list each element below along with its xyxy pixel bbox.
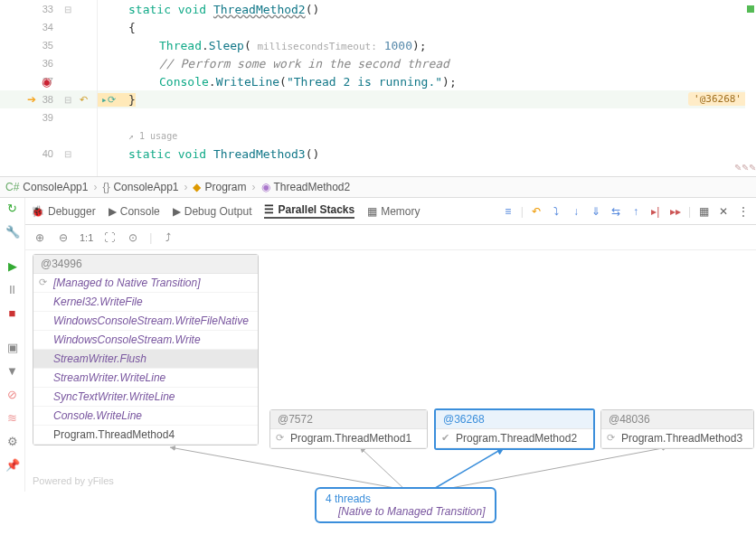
force-step-into-button[interactable]: ⇓ [589, 204, 603, 219]
debug-tool-tabs: 🐞Debugger ▶Console ▶Debug Output ☰Parall… [25, 198, 756, 225]
fold-icon[interactable]: ⊟ [64, 5, 71, 14]
filter-button[interactable]: ▼ [5, 362, 21, 379]
check-icon: ✔ [441, 432, 449, 444]
smart-step-button[interactable]: ⇆ [609, 204, 623, 219]
frame-row[interactable]: Kernel32.WriteFile [33, 293, 258, 312]
line-number: 39 [37, 112, 53, 123]
thread-id: @48036 [601, 410, 753, 429]
frame-row[interactable]: StreamWriter.WriteLine [33, 369, 258, 388]
fold-icon[interactable]: ⊟ [64, 149, 71, 159]
line-number: 34 [37, 22, 53, 33]
code-editor[interactable]: 33⊟ 34 35 36 37◉ 38➔⊟↶ 39 40⊟ static voi… [0, 0, 756, 176]
debug-side-toolbar: ↻ 🔧 ▶ ⏸ ■ ▣ ▼ ⊘ ≋ ⚙ 📌 [0, 198, 25, 492]
stop-button[interactable]: ■ [5, 305, 21, 321]
run-to-cursor-button[interactable]: ▸| [648, 204, 663, 219]
method-icon: ◉ [261, 181, 270, 193]
step-into-button[interactable]: ↓ [569, 204, 583, 219]
powered-by-label: Powered by yFiles [33, 475, 114, 486]
crumb-project[interactable]: ConsoleApp1 [23, 181, 88, 193]
settings-button[interactable]: ⚙ [5, 433, 21, 449]
analysis-ok-icon [747, 5, 754, 13]
line-number: 35 [37, 40, 53, 51]
frame-row[interactable]: WindowsConsoleStream.WriteFileNative [33, 312, 258, 331]
thread-id: @34996 [33, 255, 258, 274]
crumb-method[interactable]: ThreadMethod2 [274, 181, 351, 193]
gutter: 33⊟ 34 35 36 37◉ 38➔⊟↶ 39 40⊟ [0, 0, 98, 176]
step-icon[interactable]: ↶ [80, 94, 88, 106]
more-button[interactable]: ⋮ [736, 204, 751, 219]
output-icon: ▶ [173, 205, 181, 218]
run-icon[interactable]: ▸⟳ [101, 94, 116, 106]
zoom-out-button[interactable]: ⊖ [56, 230, 71, 245]
crumb-class[interactable]: Program [204, 181, 246, 193]
center-button[interactable]: ⊙ [126, 230, 140, 245]
frame-row[interactable]: SyncTextWriter.WriteLine [33, 388, 258, 407]
tab-parallel-stacks[interactable]: ☰Parallel Stacks [264, 203, 354, 219]
threads-icon[interactable]: ≡ [501, 204, 515, 219]
usages-hint[interactable]: ↗ 1 usage [128, 131, 177, 141]
thread-icon: ⟳ [39, 277, 47, 288]
tab-debugger[interactable]: 🐞Debugger [31, 205, 96, 218]
fit-button[interactable]: ⛶ [102, 230, 117, 245]
chevron-right-icon: › [184, 181, 187, 193]
crumb-namespace[interactable]: ConsoleApp1 [113, 181, 178, 193]
close-button[interactable]: ✕ [716, 204, 731, 219]
zoom-in-button[interactable]: ⊕ [33, 230, 47, 245]
breakpoints-button[interactable]: ≋ [5, 409, 21, 426]
breakpoint-icon[interactable]: ◉ [42, 75, 52, 89]
stack-frame-box[interactable]: @48036 ⟳Program.ThreadMethod3 [600, 409, 754, 449]
rerun-button[interactable]: ↻ [5, 200, 21, 216]
line-number: 38 [37, 94, 53, 105]
frame-row[interactable]: WindowsConsoleStream.Write [33, 331, 258, 350]
layout-button[interactable]: ▣ [5, 339, 21, 355]
braces-icon: {} [102, 181, 109, 193]
thread-badge: '@36268' [688, 92, 747, 106]
threads-count: 4 threads [326, 492, 486, 505]
evaluate-button[interactable]: ▦ [696, 204, 711, 219]
frame-row[interactable]: Console.WriteLine [33, 407, 258, 426]
stack-frame-box[interactable]: @34996 ⟳[Managed to Native Transition] K… [33, 254, 259, 446]
skip-to-cursor-button[interactable]: ▸▸ [668, 204, 683, 219]
error-stripe[interactable]: ✎✎✎ [745, 0, 756, 176]
mute-breakpoints-button[interactable]: ⊘ [5, 386, 21, 402]
breadcrumb: C# ConsoleApp1 › {} ConsoleApp1 › ◆ Prog… [0, 176, 756, 198]
line-number: 36 [37, 58, 53, 69]
code-text[interactable]: static void ThreadMethod2() { Thread.Sle… [98, 0, 756, 176]
step-over-button[interactable]: ⤵ [549, 204, 563, 219]
stacks-icon: ☰ [264, 203, 274, 216]
tab-debug-output[interactable]: ▶Debug Output [173, 205, 252, 218]
jump-button[interactable]: ⤴ [161, 230, 175, 245]
execution-arrow-icon: ➔ [27, 93, 36, 106]
stack-frame-box[interactable]: @7572 ⟳Program.ThreadMethod1 [269, 409, 428, 449]
pencil-icon: ✎✎✎ [734, 163, 756, 173]
threads-group-box[interactable]: 4 threads [Native to Managed Transition] [315, 487, 496, 523]
frame-row[interactable]: ⟳Program.ThreadMethod1 [270, 429, 427, 448]
frame-row[interactable]: StreamWriter.Flush [33, 350, 258, 369]
pin-button[interactable]: 📌 [5, 456, 21, 473]
frame-row[interactable]: ⟳Program.ThreadMethod3 [601, 429, 753, 448]
transition-label: [Native to Managed Transition] [326, 505, 486, 518]
wrench-button[interactable]: 🔧 [5, 223, 21, 239]
thread-icon: ⟳ [276, 432, 284, 444]
tab-memory[interactable]: ▦Memory [367, 205, 420, 218]
memory-icon: ▦ [367, 205, 377, 218]
zoom-level[interactable]: 1:1 [80, 232, 93, 243]
step-out-button[interactable]: ↑ [628, 204, 643, 219]
thread-id: @7572 [270, 410, 427, 429]
show-exec-point-button[interactable]: ↶ [529, 204, 543, 219]
thread-id: @36268 [436, 410, 593, 429]
frame-row[interactable]: ✔Program.ThreadMethod2 [436, 429, 593, 448]
parallel-stacks-canvas[interactable]: @34996 ⟳[Managed to Native Transition] K… [25, 250, 756, 492]
resume-button[interactable]: ▶ [5, 258, 21, 274]
frame-row[interactable]: ⟳[Managed to Native Transition] [33, 274, 258, 293]
tab-console[interactable]: ▶Console [109, 205, 160, 218]
stack-frame-box-current[interactable]: @36268 ✔Program.ThreadMethod2 [434, 408, 595, 450]
line-number: 33 [37, 4, 53, 14]
pause-button[interactable]: ⏸ [5, 281, 21, 297]
fold-icon[interactable]: ⊟ [64, 95, 71, 105]
chevron-right-icon: › [252, 181, 256, 193]
line-number: 40 [37, 148, 53, 159]
frame-row[interactable]: Program.ThreadMethod4 [33, 426, 258, 445]
chevron-right-icon: › [93, 181, 97, 193]
stacks-toolbar: ⊕ ⊖ 1:1 ⛶ ⊙ | ⤴ [25, 225, 756, 250]
